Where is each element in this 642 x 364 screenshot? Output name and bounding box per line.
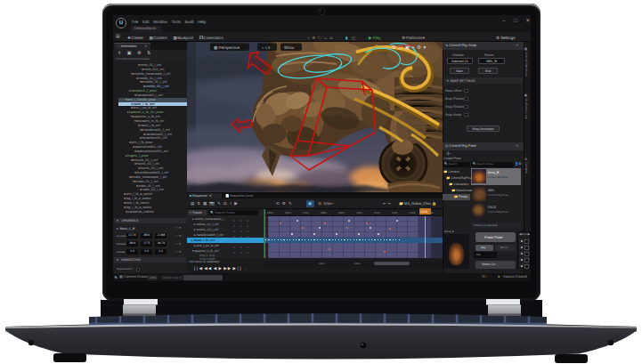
svg-text:☼ Lit: ☼ Lit: [261, 45, 271, 50]
svg-text:Show: Show: [284, 45, 295, 50]
svg-text:⇅◱▣⌖⚙▾: ⇅◱▣⌖⚙▾: [392, 44, 428, 51]
svg-text:▦ Perspective: ▦ Perspective: [214, 45, 240, 50]
